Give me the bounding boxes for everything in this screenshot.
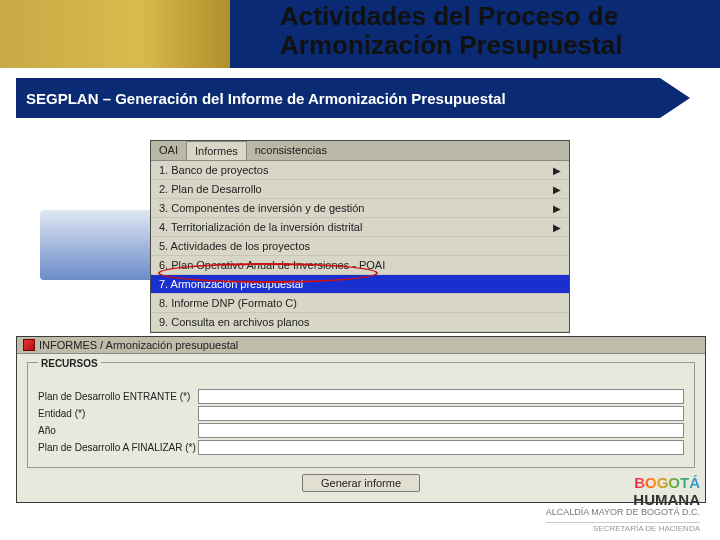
menubar-item-oai[interactable]: OAI	[151, 141, 186, 160]
submenu-arrow-icon: ▶	[553, 184, 561, 195]
menu-item[interactable]: 8. Informe DNP (Formato C)	[151, 294, 569, 313]
submenu-arrow-icon: ▶	[553, 165, 561, 176]
menu-item[interactable]: 5. Actividades de los proyectos	[151, 237, 569, 256]
humana-logo: HUMANA	[633, 491, 700, 508]
slide-title: Actividades del Proceso de Armonización …	[280, 2, 690, 59]
label-plan-entrante: Plan de Desarrollo ENTRANTE (*)	[38, 391, 198, 402]
input-plan-entrante[interactable]	[198, 389, 684, 404]
menu-item[interactable]: 3. Componentes de inversión y de gestión…	[151, 199, 569, 218]
menu-panel: 1. Banco de proyectos▶ 2. Plan de Desarr…	[151, 160, 569, 332]
row-entidad: Entidad (*)	[38, 406, 684, 421]
menu-item[interactable]: 9. Consulta en archivos planos	[151, 313, 569, 332]
menu-item[interactable]: 4. Territorialización de la inversión di…	[151, 218, 569, 237]
input-ano[interactable]	[198, 423, 684, 438]
form-titlebar: INFORMES / Armonización presupuestal	[17, 337, 705, 354]
menu-screenshot: OAI Informes nconsistencias 1. Banco de …	[150, 140, 570, 333]
menu-item-label: 4. Territorialización de la inversión di…	[159, 221, 362, 233]
menu-item-label: 2. Plan de Desarrollo	[159, 183, 262, 195]
menubar-item-informes[interactable]: Informes	[186, 141, 247, 160]
menu-item-label: 5. Actividades de los proyectos	[159, 240, 310, 252]
gold-stripe	[0, 0, 230, 68]
footer-logos: BOGOTÁ HUMANA ALCALDÍA MAYOR DE BOGOTÁ D…	[546, 475, 700, 534]
fieldset-recursos: RECURSOS Plan de Desarrollo ENTRANTE (*)…	[27, 362, 695, 468]
secretaria-text: SECRETARÍA DE HACIENDA	[546, 522, 700, 534]
generar-informe-button[interactable]: Generar informe	[302, 474, 420, 492]
label-plan-finalizar: Plan de Desarrollo A FINALIZAR (*)	[38, 442, 198, 453]
menu-item-label: 9. Consulta en archivos planos	[159, 316, 309, 328]
menu-item-armonizacion[interactable]: 7. Armonización presupuestal	[151, 275, 569, 294]
menu-item-label: 6. Plan Operativo Anual de Inversiones -…	[159, 259, 385, 271]
fieldset-legend: RECURSOS	[38, 358, 101, 369]
menu-item[interactable]: 6. Plan Operativo Anual de Inversiones -…	[151, 256, 569, 275]
submenu-arrow-icon: ▶	[553, 222, 561, 233]
row-plan-entrante: Plan de Desarrollo ENTRANTE (*)	[38, 389, 684, 404]
menu-item[interactable]: 1. Banco de proyectos▶	[151, 161, 569, 180]
menu-item[interactable]: 2. Plan de Desarrollo▶	[151, 180, 569, 199]
bg-deco	[40, 210, 160, 280]
submenu-arrow-icon: ▶	[553, 203, 561, 214]
row-plan-finalizar: Plan de Desarrollo A FINALIZAR (*)	[38, 440, 684, 455]
label-entidad: Entidad (*)	[38, 408, 198, 419]
menu-item-label: 1. Banco de proyectos	[159, 164, 268, 176]
menu-item-label: 7. Armonización presupuestal	[159, 278, 303, 290]
bogota-logo: BOGOTÁ	[634, 474, 700, 491]
window-icon	[23, 339, 35, 351]
input-entidad[interactable]	[198, 406, 684, 421]
subtitle-banner: SEGPLAN – Generación del Informe de Armo…	[16, 78, 660, 118]
input-plan-finalizar[interactable]	[198, 440, 684, 455]
label-ano: Año	[38, 425, 198, 436]
subtitle-text: SEGPLAN – Generación del Informe de Armo…	[26, 90, 506, 107]
form-window-title: INFORMES / Armonización presupuestal	[39, 339, 238, 351]
menu-item-label: 8. Informe DNP (Formato C)	[159, 297, 297, 309]
row-ano: Año	[38, 423, 684, 438]
alcaldia-text: ALCALDÍA MAYOR DE BOGOTÁ D.C.	[546, 508, 700, 518]
subtitle-arrow	[660, 78, 690, 118]
menubar: OAI Informes nconsistencias	[151, 141, 569, 160]
menubar-item-inconsistencias[interactable]: nconsistencias	[247, 141, 335, 160]
menu-item-label: 3. Componentes de inversión y de gestión	[159, 202, 364, 214]
